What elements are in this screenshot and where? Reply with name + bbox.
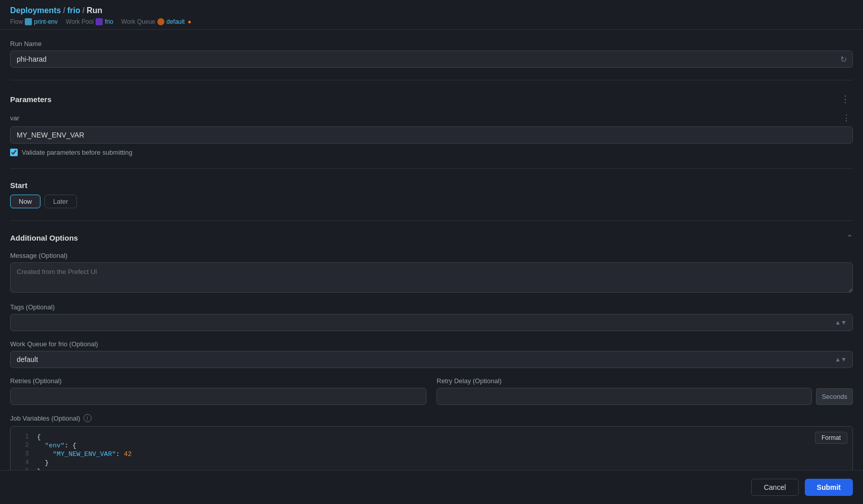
meta-pool-value[interactable]: frio — [105, 18, 113, 25]
meta-flow: Flow print-env — [10, 18, 58, 25]
code-key-myvar: "MY_NEW_ENV_VAR" — [37, 450, 116, 458]
run-name-label: Run Name — [10, 40, 853, 48]
run-name-input[interactable] — [10, 51, 853, 68]
code-key-env: "env" — [37, 442, 65, 449]
retry-delay-wrapper: Seconds — [437, 388, 853, 405]
start-now-button[interactable]: Now — [10, 195, 40, 208]
meta-pool-label: Work Pool — [66, 18, 94, 25]
start-later-button[interactable]: Later — [45, 195, 77, 208]
work-queue-label: Work Queue for frio (Optional) — [10, 340, 853, 348]
param-var-header: var ⋮ — [10, 113, 853, 123]
start-buttons: Now Later — [10, 195, 853, 208]
code-text-2: "env": { — [37, 442, 76, 449]
additional-options-header: Additional Options ⌃ — [10, 233, 853, 243]
parameters-title: Parameters — [10, 95, 52, 104]
meta-bar: Flow print-env Work Pool frio Work Queue… — [10, 18, 853, 25]
breadcrumb-sep2: / — [82, 6, 84, 15]
meta-pool: Work Pool frio — [66, 18, 113, 25]
breadcrumb-deployments[interactable]: Deployments — [10, 6, 61, 15]
validate-checkbox-row: Validate parameters before submitting — [10, 149, 853, 156]
breadcrumb-deployment-name[interactable]: frio — [67, 6, 80, 15]
line-number-1: 1 — [17, 433, 29, 440]
breadcrumb: Deployments / frio / Run — [10, 6, 853, 15]
retry-delay-input[interactable] — [437, 388, 812, 405]
meta-flow-value[interactable]: print-env — [34, 18, 58, 25]
submit-button[interactable]: Submit — [805, 479, 853, 496]
run-name-wrapper: ↻ — [10, 51, 853, 68]
line-number-3: 3 — [17, 450, 29, 457]
refresh-button[interactable]: ↻ — [839, 54, 848, 65]
code-text-4: } — [37, 459, 49, 467]
retry-row: Retries (Optional) Retry Delay (Optional… — [10, 377, 853, 405]
flow-icon — [25, 18, 32, 25]
pool-icon — [96, 18, 103, 25]
breadcrumb-page: Run — [87, 6, 102, 15]
parameters-menu-button[interactable]: ⋮ — [838, 93, 853, 106]
work-queue-select[interactable]: default — [10, 351, 853, 368]
param-var-input[interactable] — [10, 126, 853, 144]
work-queue-field: Work Queue for frio (Optional) default ▲… — [10, 340, 853, 368]
queue-icon — [157, 18, 164, 25]
validate-checkbox[interactable] — [10, 149, 18, 156]
retry-delay-label: Retry Delay (Optional) — [437, 377, 853, 385]
parameters-header: Parameters ⋮ — [10, 93, 853, 106]
code-line-4: 4 } — [11, 459, 852, 467]
start-title: Start — [10, 181, 853, 190]
meta-queue: Work Queue default ● — [121, 18, 191, 25]
work-queue-select-wrapper: default ▲▼ — [10, 351, 853, 368]
meta-flow-label: Flow — [10, 18, 23, 25]
retries-field: Retries (Optional) — [10, 377, 426, 405]
seconds-label: Seconds — [816, 388, 853, 405]
cancel-button[interactable]: Cancel — [751, 479, 799, 496]
additional-options-title: Additional Options — [10, 234, 78, 242]
meta-queue-label: Work Queue — [121, 18, 155, 25]
start-section: Start Now Later — [10, 181, 853, 221]
param-var-row: var ⋮ — [10, 113, 853, 144]
tags-select[interactable] — [10, 314, 853, 331]
tags-field: Tags (Optional) ▲▼ — [10, 303, 853, 331]
param-var-options-button[interactable]: ⋮ — [840, 113, 853, 123]
line-number-2: 2 — [17, 442, 29, 449]
code-line-1: 1 { — [11, 433, 852, 441]
param-var-name: var — [10, 114, 19, 122]
job-vars-label-row: Job Variables (Optional) i — [10, 414, 853, 422]
footer-actions: Cancel Submit — [0, 470, 863, 504]
retries-label: Retries (Optional) — [10, 377, 426, 385]
meta-queue-value[interactable]: default — [166, 18, 185, 25]
message-field: Message (Optional) — [10, 252, 853, 294]
additional-options-section: Additional Options ⌃ Message (Optional) … — [10, 233, 853, 504]
format-button[interactable]: Format — [815, 432, 847, 444]
job-vars-label: Job Variables (Optional) — [10, 415, 80, 422]
queue-status-icon: ● — [188, 18, 191, 25]
message-input[interactable] — [10, 262, 853, 293]
main-content: Run Name ↻ Parameters ⋮ var ⋮ Validate p… — [0, 30, 863, 504]
code-text-1: { — [37, 433, 41, 441]
retry-delay-field: Retry Delay (Optional) Seconds — [437, 377, 853, 405]
code-line-2: 2 "env": { — [11, 441, 852, 450]
tags-select-wrapper: ▲▼ — [10, 314, 853, 331]
info-icon[interactable]: i — [83, 414, 92, 422]
code-value-42: 42 — [124, 450, 132, 458]
code-text-3: "MY_NEW_ENV_VAR": 42 — [37, 450, 132, 458]
validate-label: Validate parameters before submitting — [22, 149, 133, 156]
code-line-3: 3 "MY_NEW_ENV_VAR": 42 — [11, 450, 852, 459]
retries-input[interactable] — [10, 388, 426, 405]
breadcrumb-sep1: / — [63, 6, 65, 15]
code-brace-colon: : { — [65, 442, 76, 449]
tags-label: Tags (Optional) — [10, 303, 853, 311]
collapse-icon[interactable]: ⌃ — [846, 233, 853, 243]
code-brace-colon2: : — [116, 450, 124, 458]
parameters-section: Parameters ⋮ var ⋮ Validate parameters b… — [10, 93, 853, 169]
page-header: Deployments / frio / Run Flow print-env … — [0, 0, 863, 30]
message-label: Message (Optional) — [10, 252, 853, 259]
line-number-4: 4 — [17, 459, 29, 466]
run-name-section: Run Name ↻ — [10, 40, 853, 80]
